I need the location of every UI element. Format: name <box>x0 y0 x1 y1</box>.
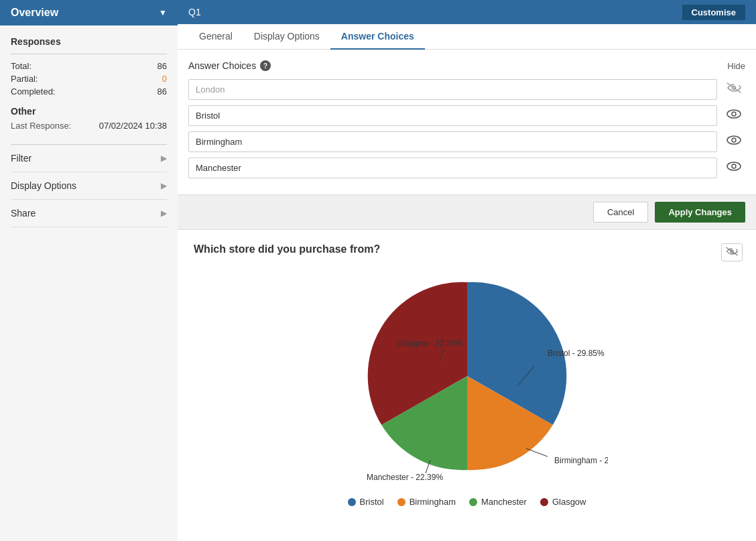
top-bar: Q1 Customise <box>178 0 756 24</box>
answer-row-london <box>188 79 745 100</box>
answer-choices-panel: Answer Choices ? Hide <box>178 50 756 194</box>
legend-dot-manchester <box>469 498 477 506</box>
hide-chart-button[interactable] <box>721 243 743 261</box>
label-bristol: Bristol - 29.85% <box>548 349 605 358</box>
total-value: 86 <box>158 61 167 71</box>
legend-label-manchester: Manchester <box>481 497 527 507</box>
partial-label: Partial: <box>11 74 38 84</box>
sidebar-overview-header[interactable]: Overview ▼ <box>0 0 178 25</box>
answer-input-london[interactable] <box>188 79 717 100</box>
action-bar: Cancel Apply Changes <box>178 194 756 229</box>
chevron-down-icon: ▼ <box>159 8 167 17</box>
legend-item-manchester: Manchester <box>469 497 527 507</box>
help-icon[interactable]: ? <box>260 60 271 71</box>
sidebar-header-label: Overview <box>11 7 58 19</box>
svg-point-1 <box>727 110 741 118</box>
hide-label: Hide <box>727 61 745 71</box>
sidebar-item-filter[interactable]: Filter ▶ <box>11 145 167 172</box>
sidebar: Overview ▼ Responses Total: 86 Partial: … <box>0 0 178 541</box>
answer-input-birmingham[interactable] <box>188 131 717 152</box>
visibility-toggle-manchester[interactable] <box>722 160 745 176</box>
chevron-right-icon: ▶ <box>161 181 167 190</box>
question-label: Q1 <box>188 7 201 17</box>
label-line-birmingham <box>526 448 548 457</box>
partial-row: Partial: 0 <box>11 74 167 84</box>
completed-label: Completed: <box>11 86 55 97</box>
chevron-right-icon: ▶ <box>161 154 167 163</box>
tab-display-options[interactable]: Display Options <box>243 24 330 50</box>
responses-divider <box>11 54 167 54</box>
cancel-button[interactable]: Cancel <box>593 202 648 223</box>
responses-title: Responses <box>11 36 167 47</box>
apply-changes-button[interactable]: Apply Changes <box>655 202 745 223</box>
chart-legend: Bristol Birmingham Manchester Glasgow <box>348 497 586 507</box>
tabs-bar: General Display Options Answer Choices <box>178 24 756 50</box>
answer-row-manchester <box>188 158 745 178</box>
legend-label-glasgow: Glasgow <box>552 497 586 507</box>
legend-label-birmingham: Birmingham <box>410 497 456 507</box>
tab-general[interactable]: General <box>188 24 243 50</box>
display-options-label: Display Options <box>11 180 76 191</box>
completed-value: 86 <box>158 86 167 97</box>
sidebar-item-share[interactable]: Share ▶ <box>11 200 167 227</box>
partial-value: 0 <box>162 74 167 84</box>
sidebar-item-display-options[interactable]: Display Options ▶ <box>11 172 167 200</box>
sidebar-nav: Filter ▶ Display Options ▶ Share ▶ <box>11 144 167 227</box>
label-glasgow: Glasgow - 22.39% <box>397 339 462 348</box>
answer-row-bristol <box>188 105 745 126</box>
chart-title: Which store did you purchase from? <box>194 243 740 255</box>
legend-item-glasgow: Glasgow <box>540 497 586 507</box>
last-response-value: 07/02/2024 10:38 <box>99 121 167 131</box>
svg-point-5 <box>727 162 741 170</box>
svg-point-4 <box>732 138 736 142</box>
legend-item-birmingham: Birmingham <box>397 497 456 507</box>
answer-input-manchester[interactable] <box>188 158 717 178</box>
total-label: Total: <box>11 61 32 71</box>
chevron-right-icon: ▶ <box>161 208 167 218</box>
label-birmingham: Birmingham - 25.37% <box>554 456 608 465</box>
last-response-row: Last Response: 07/02/2024 10:38 <box>11 121 167 131</box>
last-response-label: Last Response: <box>11 121 71 131</box>
answer-choices-label: Answer Choices <box>188 60 256 71</box>
share-label: Share <box>11 208 36 219</box>
answer-choices-header: Answer Choices ? Hide <box>188 60 745 71</box>
legend-dot-birmingham <box>397 498 405 506</box>
svg-point-2 <box>732 112 736 116</box>
total-row: Total: 86 <box>11 61 167 71</box>
legend-dot-glasgow <box>540 498 548 506</box>
sidebar-content: Responses Total: 86 Partial: 0 Completed… <box>0 25 178 541</box>
svg-point-6 <box>732 164 736 168</box>
filter-label: Filter <box>11 153 32 164</box>
label-manchester: Manchester - 22.39% <box>367 473 443 482</box>
visibility-toggle-birmingham[interactable] <box>722 133 745 150</box>
tab-answer-choices[interactable]: Answer Choices <box>330 24 425 50</box>
answer-input-bristol[interactable] <box>188 105 717 126</box>
visibility-toggle-london[interactable] <box>722 81 745 98</box>
other-title: Other <box>11 106 167 117</box>
visibility-toggle-bristol[interactable] <box>722 107 745 124</box>
answer-row-birmingham <box>188 131 745 152</box>
legend-item-bristol: Bristol <box>348 497 384 507</box>
customise-button[interactable]: Customise <box>682 5 745 20</box>
main-content: Q1 Customise General Display Options Ans… <box>178 0 756 541</box>
legend-label-bristol: Bristol <box>360 497 384 507</box>
pie-chart: Bristol - 29.85% Birmingham - 25.37% Man… <box>326 269 608 483</box>
legend-dot-bristol <box>348 498 356 506</box>
other-section: Other Last Response: 07/02/2024 10:38 <box>11 106 167 131</box>
completed-row: Completed: 86 <box>11 86 167 97</box>
chart-container: Bristol - 29.85% Birmingham - 25.37% Man… <box>194 269 740 507</box>
svg-point-3 <box>727 136 741 144</box>
chart-area: Which store did you purchase from? <box>178 230 756 541</box>
answer-choices-title: Answer Choices ? <box>188 60 271 71</box>
panel-area: General Display Options Answer Choices A… <box>178 24 756 230</box>
